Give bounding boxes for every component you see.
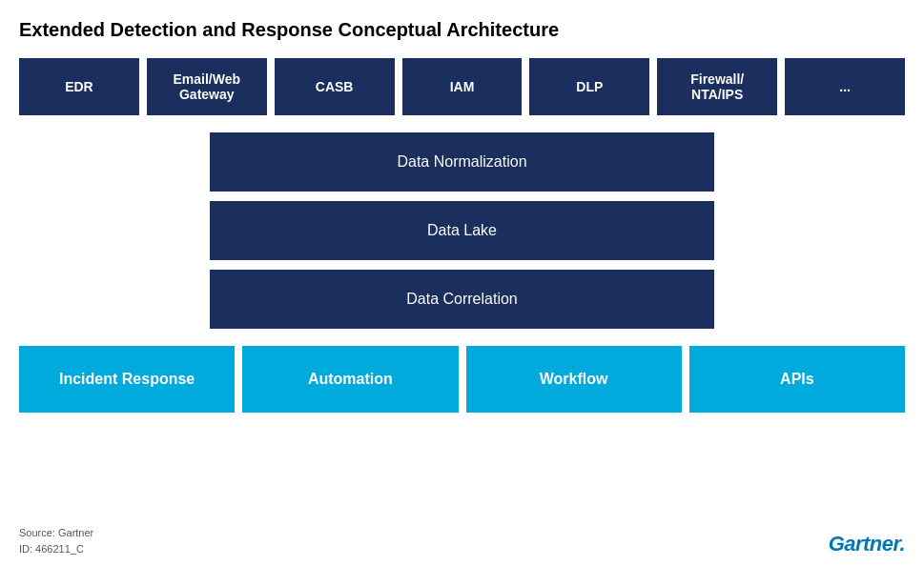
data-stack: Data Normalization Data Lake Data Correl… — [210, 132, 714, 329]
capability-workflow: Workflow — [466, 346, 682, 413]
capability-apis: APIs — [689, 346, 905, 413]
capability-automation: Automation — [242, 346, 458, 413]
footer: Source: Gartner ID: 466211_C Gartner. — [19, 525, 905, 556]
source-iam: IAM — [402, 58, 523, 115]
source-dlp: DLP — [529, 58, 649, 115]
source-edr: EDR — [19, 58, 139, 115]
data-correlation-box: Data Correlation — [210, 270, 714, 329]
main-container: Extended Detection and Response Conceptu… — [0, 0, 924, 566]
page-title: Extended Detection and Response Conceptu… — [19, 19, 905, 41]
data-normalization-box: Data Normalization — [210, 132, 714, 192]
source-attribution: Source: Gartner ID: 466211_C — [19, 525, 93, 556]
source-casb: CASB — [275, 58, 395, 115]
capability-row: Incident Response Automation Workflow AP… — [19, 346, 905, 413]
gartner-logo: Gartner. — [829, 532, 905, 556]
source-other: ... — [785, 58, 905, 115]
source-firewall: Firewall/ NTA/IPS — [657, 58, 777, 115]
data-lake-box: Data Lake — [210, 201, 714, 260]
source-row: EDR Email/Web Gateway CASB IAM DLP Firew… — [19, 58, 905, 115]
source-email-web-gateway: Email/Web Gateway — [147, 58, 267, 115]
capability-incident-response: Incident Response — [19, 346, 235, 413]
